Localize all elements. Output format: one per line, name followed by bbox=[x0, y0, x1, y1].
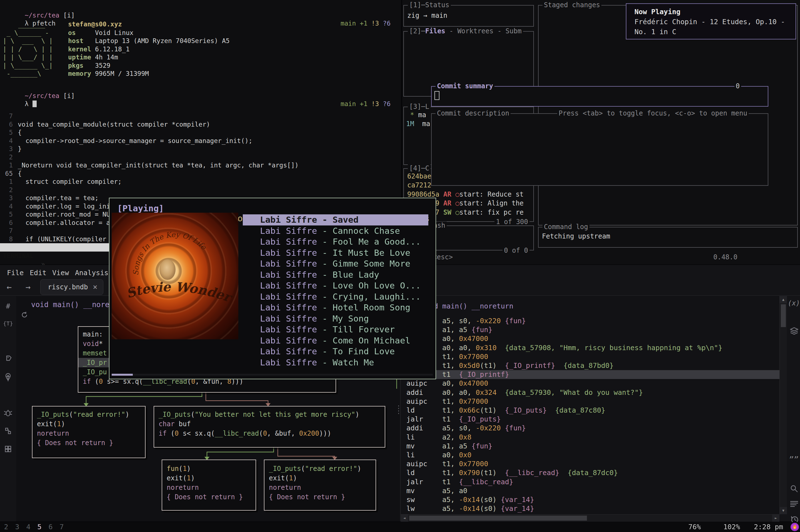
playlist-item[interactable]: Labi Siffre - My Song bbox=[243, 313, 428, 324]
playlist-item[interactable]: Labi Siffre - Cannock Chase bbox=[243, 226, 428, 236]
notification-title: Now Playing bbox=[634, 8, 681, 16]
notification-line2: No. 1 in C bbox=[634, 28, 676, 36]
svg-text:Stevie Wonder: Stevie Wonder bbox=[125, 279, 235, 305]
commit-summary-title: Commit summary bbox=[435, 82, 495, 90]
svg-text:Songs In The Key Of Life: Songs In The Key Of Life bbox=[132, 230, 208, 276]
cfg-node-line: noreturn bbox=[162, 483, 256, 492]
desktop: ~/src/tea [i] λ pfetch main +1 !3 ?6 ___… bbox=[0, 0, 800, 532]
gitui-status-panel[interactable]: [1]─Status zig → main bbox=[403, 5, 534, 27]
code-line: 6void tea_compile_module(struct compiler… bbox=[0, 120, 401, 129]
workspace-4[interactable]: 4 bbox=[23, 523, 34, 531]
workspace-7[interactable]: 7 bbox=[56, 523, 67, 531]
cfg-node-read-error-2[interactable]: _IO_puts("read error!")exit(1)noreturn{ … bbox=[264, 459, 376, 511]
playlist-item[interactable]: Labi Siffre - It Must Be Love bbox=[243, 247, 428, 259]
now-playing-notification[interactable]: Now Playing Frédéric Chopin - 12 Etudes,… bbox=[626, 3, 796, 39]
gitui-branch-status: zig → main bbox=[407, 12, 447, 19]
gitui-command-log-title: Command log bbox=[542, 223, 590, 231]
playlist-item[interactable]: Labi Siffre - Fool Me a Good... bbox=[243, 236, 428, 247]
playlist-item[interactable]: Labi Siffre - Crying, Laughi... bbox=[243, 291, 428, 302]
playlist-item[interactable]: Labi Siffre - Love Oh Love O... bbox=[243, 280, 428, 291]
commit-summary-input[interactable]: Commit summary 0 bbox=[431, 86, 768, 107]
git-modified: !3 bbox=[371, 20, 379, 27]
gitui-staged-title: Staged changes bbox=[542, 1, 601, 9]
cfg-node-line: { Does not return } bbox=[33, 438, 145, 448]
playlist-item[interactable]: Labi Siffre - Come On Michael bbox=[243, 335, 428, 346]
battery-percent: 102% bbox=[723, 523, 740, 531]
gitui-stash-counter: 0 of 0 bbox=[502, 247, 529, 254]
workspace-5[interactable]: 5 bbox=[34, 523, 45, 531]
pfetch-entry: kernel6.12.18_1 bbox=[68, 45, 230, 54]
command-line-2[interactable]: λ bbox=[2, 93, 37, 115]
gitui-status-title: [1]─Status bbox=[408, 1, 451, 9]
branch-list[interactable]: * ma1M ma bbox=[406, 111, 430, 129]
pfetch-entry: hostLaptop 13 (AMD Ryzen 7040Series) A5 bbox=[68, 37, 230, 45]
gitui-branches-title: [3]─L bbox=[408, 103, 431, 111]
cfg-node-line: if (0 s< sx.q(__libc_read(0, &buf, 0x200… bbox=[154, 429, 385, 438]
git-status-segment: main +1 !3 ?6 bbox=[317, 13, 391, 34]
playlist-item[interactable]: Labi Siffre - Gimme Some More bbox=[243, 258, 428, 269]
gitui-files-title: [2]─Files - Worktrees - Subm bbox=[408, 27, 523, 35]
code-line: 2 bbox=[0, 153, 401, 162]
commit-description-hint: Press <tab> to toggle focus, <c-o> to op… bbox=[557, 109, 749, 117]
album-main-text: Stevie Wonder bbox=[125, 279, 235, 305]
commit-summary-cursor bbox=[434, 91, 440, 100]
gitui-version: 0.48.0 bbox=[713, 253, 738, 261]
pfetch-entry: memory9965M / 31399M bbox=[68, 70, 230, 78]
code-line: 1 struct compiler compiler; bbox=[0, 178, 401, 186]
commit-summary-charcount: 0 bbox=[734, 82, 741, 90]
workspace-6[interactable]: 6 bbox=[45, 523, 56, 531]
prompt-marker: [i] bbox=[63, 92, 75, 99]
playlist-item[interactable]: Labi Siffre - Watch Me bbox=[243, 357, 428, 368]
cfg-node-line: exit(1) bbox=[264, 473, 375, 483]
cfg-node-line: _IO_puts("read error!") bbox=[264, 464, 375, 473]
code-line: 3} bbox=[0, 145, 401, 153]
gitui-command-log-panel: Command log Fetching upstream bbox=[538, 227, 798, 248]
playlist-item[interactable]: Labi Siffre - Till Forever bbox=[243, 324, 428, 335]
playlist-item[interactable]: Labi Siffre - Hotel Room Song bbox=[243, 302, 428, 313]
pfetch-ascii-logo: _______ _ \______ - | \ ___ \ | | | / \ … bbox=[3, 21, 53, 78]
workspace-2[interactable]: 2 bbox=[1, 523, 12, 531]
cfg-node-line: { Does not return } bbox=[162, 492, 256, 502]
code-line: 5{ bbox=[0, 129, 401, 137]
playlist-item[interactable]: Labi Siffre - Blue Lady bbox=[243, 269, 428, 281]
git-staged: +1 bbox=[360, 20, 368, 27]
cfg-node-read-error-1[interactable]: _IO_puts("read error!")exit(1)noreturn{ … bbox=[32, 406, 146, 458]
tray-app-icon[interactable] bbox=[790, 523, 799, 531]
music-player-window: [Playing] opin - 12 Etudes, Op.10 - Vol:… bbox=[109, 198, 436, 379]
git-branch: main bbox=[340, 20, 356, 27]
cfg-node-line: _IO_puts("You better not let this get mo… bbox=[154, 410, 385, 419]
workspace-3[interactable]: 3 bbox=[12, 523, 23, 531]
album-art: Songs In The Key Of Life Stevie Wonder bbox=[112, 213, 238, 339]
git-status-segment-2: main +1 !3 ?6 bbox=[317, 93, 391, 115]
cfg-node-line: exit(1) bbox=[33, 419, 145, 429]
cfg-node-riscy[interactable]: _IO_puts("You better not let this get mo… bbox=[154, 406, 385, 448]
cfg-node-fun-exit[interactable]: fun(1)exit(1)noreturn{ Does not return } bbox=[162, 459, 256, 511]
playlist-item[interactable]: Labi Siffre - Saved bbox=[243, 214, 428, 226]
cfg-node-line: noreturn bbox=[264, 483, 375, 492]
gitui-commits-counter: 1 of 300 bbox=[495, 218, 529, 226]
commit-description-title: Commit description bbox=[435, 109, 510, 117]
gitui-commits-title: [4]─C bbox=[408, 164, 431, 172]
cfg-node-line: fun(1) bbox=[162, 464, 256, 473]
cfg-node-line: char buf bbox=[154, 419, 385, 429]
volume-percent: 76% bbox=[688, 523, 701, 531]
list-item[interactable]: * ma bbox=[406, 111, 430, 119]
code-line: 4 compiler->root_mod->source_manager = s… bbox=[0, 137, 401, 145]
statusline-mode: TERMINAL bbox=[3, 251, 34, 260]
playlist-item[interactable]: Labi Siffre - To Find Love bbox=[243, 346, 428, 357]
progress-fill bbox=[112, 374, 133, 376]
taskbar: 234567 76% 102% 2:28 pm bbox=[0, 522, 800, 532]
code-line: 2 bbox=[0, 186, 401, 194]
pfetch-user-host: stefan@s00.xyz bbox=[68, 21, 122, 28]
code-line: 65{ bbox=[0, 170, 401, 178]
cfg-node-line: _IO_puts("read error!") bbox=[33, 410, 145, 419]
terminal-cursor bbox=[33, 100, 37, 107]
commit-description-input[interactable]: Commit description Press <tab> to toggle… bbox=[431, 113, 768, 186]
cfg-node-line: { Does not return } bbox=[264, 492, 375, 502]
pfetch-entry: uptime4h 14m bbox=[68, 53, 230, 62]
workspace-switcher[interactable]: 234567 bbox=[1, 523, 67, 531]
player-state: [Playing] bbox=[117, 203, 164, 213]
lambda-prompt: λ bbox=[25, 100, 29, 108]
list-item[interactable]: 1M ma bbox=[406, 119, 430, 128]
progress-bar[interactable] bbox=[112, 374, 433, 376]
